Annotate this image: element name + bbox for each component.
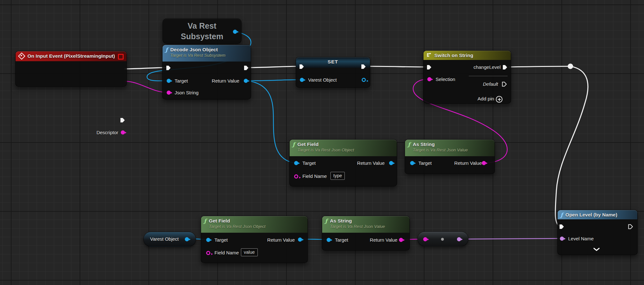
delegate-pin[interactable] [118, 54, 124, 60]
node-set-varest-object[interactable]: SET Varest Object [296, 57, 370, 88]
node-title-block: As String Target is Va Rest Json Value [413, 141, 468, 153]
exec-in-pin[interactable] [166, 65, 171, 70]
exec-reroute-node[interactable] [568, 64, 573, 69]
wire-exec-set-to-switch [370, 66, 428, 67]
pin-label-return-value: Return Value [357, 160, 385, 166]
exec-in-pin[interactable] [299, 64, 304, 69]
field-name-pin[interactable] [294, 174, 298, 179]
exec-out-pin[interactable] [120, 118, 125, 123]
node-title-block: As String Target is Va Rest Json Value [330, 218, 385, 229]
node-get-field-value[interactable]: ƒ Get Field Target is Va Rest Json Objec… [201, 216, 308, 263]
target-pin[interactable] [327, 238, 331, 242]
wire-decode-rv-to-set [247, 80, 300, 81]
function-icon: ƒ [325, 218, 327, 224]
node-title: Switch on String [434, 52, 473, 59]
switch-icon [427, 53, 431, 57]
exec-in-pin[interactable] [427, 65, 432, 70]
level-name-pin[interactable] [560, 237, 564, 241]
function-icon: ƒ [293, 141, 295, 148]
node-va-rest-subsystem[interactable]: Va Rest Subsystem [163, 18, 242, 44]
pin-divider [469, 76, 508, 76]
node-header: SET [296, 57, 370, 68]
pin-label-target: Target [214, 237, 228, 243]
node-header: On Input Event (PixelStreamingInput) [16, 51, 127, 61]
convert-dot-icon [441, 238, 444, 241]
varest-object-out-pin[interactable] [362, 78, 366, 82]
blueprint-graph-canvas[interactable]: { "canvas": { "watermark": "BLUEPRINT" }… [0, 0, 644, 285]
target-pin[interactable] [206, 238, 210, 242]
node-title: Get Field [209, 218, 265, 224]
node-open-level[interactable]: ƒ Open Level (by Name) Level Name [557, 210, 638, 255]
exec-in-pin[interactable] [559, 224, 564, 229]
expand-chevron-icon[interactable] [593, 248, 600, 251]
variable-label: Varest Object [150, 236, 179, 242]
node-as-string-top[interactable]: ƒ As String Target is Va Rest Json Value… [405, 139, 495, 174]
node-title: Get Field [297, 141, 354, 148]
target-pin[interactable] [294, 161, 298, 165]
node-title: As String [330, 218, 385, 224]
default-exec-out-pin[interactable] [502, 82, 507, 87]
varest-object-out-pin[interactable] [185, 237, 189, 241]
exec-out-pin[interactable] [628, 224, 633, 229]
event-icon [18, 53, 25, 60]
node-decode-json-object[interactable]: ƒ Decode Json Object Target is Va Rest S… [162, 45, 251, 99]
pin-label-field-name: Field Name [302, 173, 327, 179]
return-value-pin[interactable] [244, 79, 248, 83]
node-on-input-event[interactable]: On Input Event (PixelStreamingInput) Des… [15, 51, 127, 87]
field-name-input[interactable]: value [241, 248, 258, 256]
node-header: ƒ Get Field Target is Va Rest Json Objec… [201, 216, 308, 233]
pin-label-return-value: Return Value [267, 237, 295, 243]
wire-descriptor-to-jsonstring [125, 81, 166, 92]
pin-label-return-value: Return Value [454, 160, 482, 166]
descriptor-pin[interactable] [121, 130, 125, 135]
target-pin[interactable] [410, 161, 414, 165]
node-string-to-name-convert[interactable] [417, 231, 468, 246]
pin-label-selection: Selection [436, 77, 455, 82]
pin-label-target: Target [175, 78, 188, 84]
wire-exec-decode-to-set [247, 66, 300, 68]
varest-object-in-pin[interactable] [300, 78, 304, 82]
convert-out-pin[interactable] [457, 237, 461, 241]
pin-label-return-value: Return Value [212, 78, 239, 84]
function-icon: ƒ [204, 218, 206, 224]
pin-label-json-string: Json String [175, 90, 199, 95]
node-as-string-bottom[interactable]: ƒ As String Target is Va Rest Json Value… [322, 216, 410, 251]
return-value-pin[interactable] [389, 161, 393, 165]
target-pin[interactable] [167, 79, 171, 83]
convert-in-pin[interactable] [423, 237, 427, 241]
subsystem-out-pin[interactable] [233, 30, 237, 34]
function-icon: ƒ [561, 212, 563, 218]
exec-out-pin[interactable] [244, 65, 249, 70]
node-title: Decode Json Object [170, 47, 225, 53]
node-title-block: Get Field Target is Va Rest Json Object [297, 141, 354, 153]
node-subtitle: Target is Va Rest Json Value [330, 224, 385, 229]
node-switch-on-string[interactable]: Switch on String changeLevel Selection D… [423, 50, 511, 104]
pin-label-changelevel: changeLevel [474, 64, 501, 70]
node-header: ƒ Get Field Target is Va Rest Json Objec… [290, 140, 397, 156]
function-icon: ƒ [165, 47, 168, 53]
add-pin-button[interactable] [496, 96, 503, 103]
node-subtitle: Target is Va Rest Json Object [297, 148, 354, 153]
return-value-pin[interactable] [399, 238, 403, 242]
pin-label-varest-object: Varest Object [308, 77, 337, 83]
return-value-pin[interactable] [298, 238, 302, 242]
wire-exec-event-to-decode [125, 68, 167, 69]
node-title-block: Decode Json Object Target is Va Rest Sub… [170, 47, 225, 58]
node-header: Switch on String [423, 51, 511, 60]
wire-convert-to-levelname [461, 238, 560, 239]
node-get-field-type[interactable]: ƒ Get Field Target is Va Rest Json Objec… [289, 139, 397, 186]
field-name-pin[interactable] [206, 251, 210, 255]
variable-title: Va Rest Subsystem [163, 19, 241, 43]
exec-out-pin[interactable] [361, 64, 366, 69]
return-value-pin[interactable] [482, 161, 486, 165]
selection-pin[interactable] [427, 77, 431, 81]
json-string-pin[interactable] [167, 91, 171, 95]
node-title: SET [328, 59, 338, 65]
node-varest-object-getter[interactable]: Varest Object [143, 232, 196, 247]
pin-label-field-name: Field Name [214, 250, 239, 255]
node-title-block: Get Field Target is Va Rest Json Object [209, 218, 265, 229]
node-header: ƒ Decode Json Object Target is Va Rest S… [163, 45, 251, 62]
changelevel-exec-out-pin[interactable] [503, 65, 508, 70]
wire-exec-reroute-to-openlevel [555, 66, 588, 226]
field-name-input[interactable]: type [330, 172, 345, 180]
